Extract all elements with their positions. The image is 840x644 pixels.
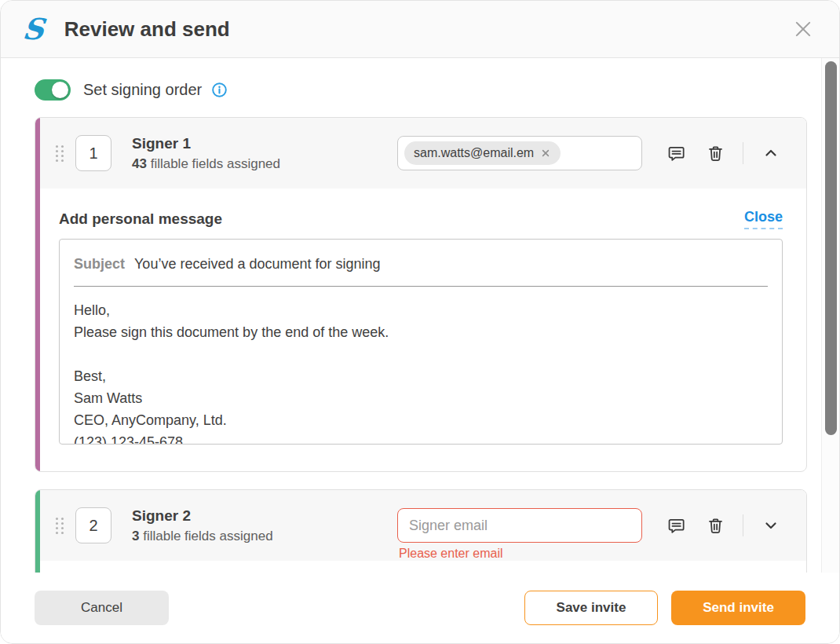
delete-signer-button[interactable]	[705, 515, 725, 536]
scrollbar-track[interactable]	[821, 58, 839, 573]
trash-icon	[706, 516, 725, 536]
signer-1-fields-summary: 43 fillable fields assigned	[132, 156, 397, 172]
signer-2-actions	[666, 514, 781, 536]
message-body[interactable]: Hello, Please sign this document by the …	[74, 299, 768, 445]
save-invite-button[interactable]: Save invite	[524, 591, 658, 625]
signer-1-fields-label: fillable fields assigned	[151, 156, 280, 171]
signer-2-color-stripe	[35, 490, 40, 574]
signing-order-label: Set signing order	[83, 81, 202, 99]
icon-divider	[743, 142, 743, 164]
drag-handle-icon[interactable]	[56, 145, 64, 162]
subject-divider	[74, 286, 768, 287]
comment-icon	[667, 516, 686, 536]
personal-message-title: Add personal message	[59, 210, 222, 228]
collapse-signer-button[interactable]	[761, 143, 781, 163]
chevron-down-icon	[761, 516, 780, 535]
signer-1-card: 1 Signer 1 43 fillable fields assigned s…	[35, 117, 807, 472]
signer-2-fields-count: 3	[132, 529, 139, 543]
signer-1-name: Signer 1	[132, 135, 397, 152]
personal-message-close-link[interactable]: Close	[744, 209, 783, 229]
comment-icon	[667, 144, 686, 163]
signing-order-row: Set signing order	[35, 79, 228, 101]
signer-1-color-stripe	[35, 118, 40, 471]
dialog-header: S Review and send	[1, 1, 839, 58]
subject-row: Subject You’ve received a document for s…	[74, 255, 768, 273]
signer-1-actions	[666, 142, 781, 164]
info-icon[interactable]	[211, 82, 228, 98]
review-and-send-dialog: S Review and send Set signing order	[0, 0, 840, 644]
scrollbar-thumb[interactable]	[825, 61, 837, 435]
delete-signer-button[interactable]	[705, 143, 725, 163]
personal-message-panel: Add personal message Close Subject You’v…	[35, 188, 806, 445]
message-editor[interactable]: Subject You’ve received a document for s…	[59, 239, 783, 445]
signer-1-order-input[interactable]: 1	[75, 135, 111, 171]
subject-label: Subject	[74, 255, 125, 273]
dialog-footer: Cancel Save invite Send invite	[1, 573, 839, 643]
remove-email-icon[interactable]	[540, 148, 551, 159]
signer-1-email-chip: sam.watts@email.em	[404, 141, 561, 165]
signer-2-name: Signer 2	[132, 507, 397, 525]
drag-handle-icon[interactable]	[56, 518, 64, 534]
close-icon	[791, 17, 815, 41]
signer-1-titles: Signer 1 43 fillable fields assigned	[132, 135, 397, 172]
signer-2-email-input[interactable]	[397, 508, 642, 543]
signer-2-fields-summary: 3 fillable fields assigned	[132, 529, 397, 544]
signer-1-fields-count: 43	[132, 156, 147, 171]
signing-order-toggle[interactable]	[35, 79, 71, 101]
personal-message-button[interactable]	[666, 515, 686, 536]
signer-1-header: 1 Signer 1 43 fillable fields assigned s…	[35, 118, 806, 188]
send-invite-button[interactable]: Send invite	[671, 591, 805, 625]
dialog-body: Set signing order 1 Signer 1	[1, 58, 839, 574]
toggle-knob	[52, 82, 68, 98]
signer-2-email-wrap: Please enter email	[397, 508, 642, 543]
app-logo-icon: S	[21, 15, 46, 44]
signer-2-fields-label: fillable fields assigned	[143, 529, 272, 543]
dialog-close-button[interactable]	[789, 15, 817, 43]
signer-2-order-input[interactable]: 2	[75, 507, 111, 543]
dialog-title: Review and send	[64, 17, 230, 42]
expand-signer-button[interactable]	[761, 515, 781, 536]
signer-2-header: 2 Signer 2 3 fillable fields assigned Pl…	[35, 490, 806, 561]
signer-2-titles: Signer 2 3 fillable fields assigned	[132, 507, 397, 544]
email-error-message: Please enter email	[399, 547, 503, 561]
icon-divider	[743, 514, 743, 536]
signer-2-card: 2 Signer 2 3 fillable fields assigned Pl…	[35, 489, 807, 574]
chevron-up-icon	[761, 144, 780, 163]
personal-message-button[interactable]	[666, 143, 686, 163]
signer-1-email-field[interactable]: sam.watts@email.em	[397, 136, 642, 170]
subject-value[interactable]: You’ve received a document for signing	[134, 255, 381, 273]
cancel-button[interactable]: Cancel	[35, 591, 169, 625]
trash-icon	[706, 144, 725, 163]
signer-1-email-text: sam.watts@email.em	[414, 146, 534, 160]
